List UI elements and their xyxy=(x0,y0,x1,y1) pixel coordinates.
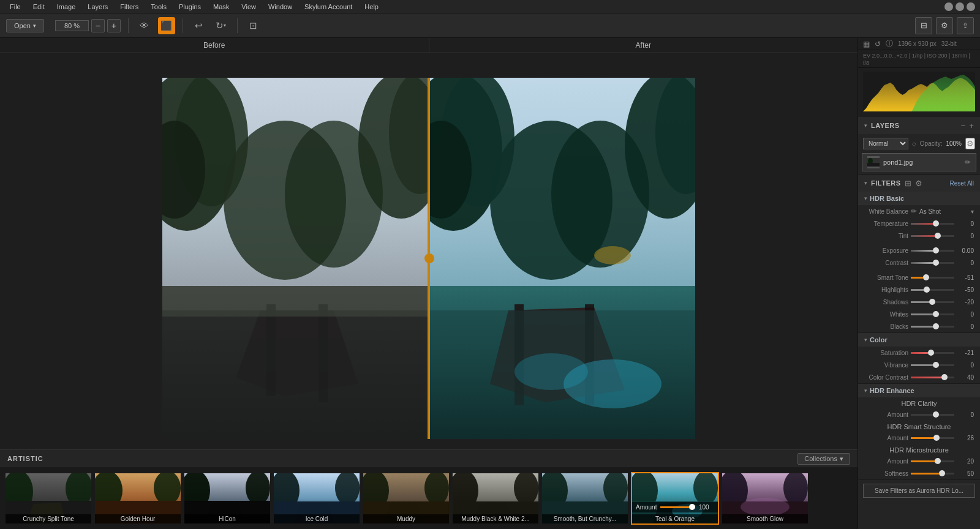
window-maximize[interactable] xyxy=(956,2,964,11)
layer-item-pond[interactable]: pond1.jpg ✏ xyxy=(862,153,976,171)
preset-muddy[interactable]: Muddy xyxy=(363,473,450,524)
hdrmicrostructure-softness-slider[interactable] xyxy=(911,473,954,475)
view-options-button[interactable]: ⊟ xyxy=(915,17,932,34)
zoom-display[interactable]: 80 % xyxy=(55,20,89,31)
filmstrip-title: ARTISTIC xyxy=(7,455,43,462)
exposure-row: Exposure 0.00 xyxy=(858,244,980,257)
saturation-slider[interactable] xyxy=(911,352,954,354)
layers-minus-btn[interactable]: − xyxy=(961,121,966,130)
layer-name: pond1.jpg xyxy=(883,159,961,166)
amount-text: Amount xyxy=(636,504,657,511)
preset-golden-hour[interactable]: Golden Hour xyxy=(94,473,181,524)
menu-layers[interactable]: Layers xyxy=(83,2,113,12)
filter-add-btn[interactable]: ⊞ xyxy=(905,179,911,188)
save-filters-button[interactable]: Save Filters as Aurora HDR Lo... xyxy=(863,484,975,498)
filters-header[interactable]: FILTERS ⊞ ⚙ Reset All xyxy=(858,174,980,192)
blacks-value: 0 xyxy=(957,323,974,330)
export-button[interactable]: ⇪ xyxy=(957,17,974,34)
menu-image[interactable]: Image xyxy=(52,2,81,12)
hdrclarity-slider[interactable] xyxy=(911,414,954,416)
reset-all-btn[interactable]: Reset All xyxy=(950,180,974,187)
smarttone-slider[interactable] xyxy=(911,277,954,279)
hdrmicrostructure-softness-thumb xyxy=(939,470,945,476)
crop-button[interactable]: ⊡ xyxy=(245,17,262,34)
histogram-icon[interactable]: ▦ xyxy=(863,40,870,48)
split-handle[interactable] xyxy=(424,253,434,263)
filter-gear-btn[interactable]: ⚙ xyxy=(915,179,922,188)
before-after-button[interactable]: ⬛ xyxy=(158,17,175,34)
wb-dropdown-icon[interactable]: ▾ xyxy=(971,208,974,215)
layer-edit-btn[interactable]: ✏ xyxy=(965,158,971,167)
main-content: Before After xyxy=(0,38,980,529)
toolbar: Open ▾ 80 % − + 👁 ⬛ ↩ ↻ ▾ ⊡ ⊟ ⚙ ⇪ xyxy=(0,13,980,38)
hdrmicrostructure-amount-slider[interactable] xyxy=(911,460,954,462)
temperature-slider[interactable] xyxy=(911,223,954,225)
open-button[interactable]: Open ▾ xyxy=(6,19,44,32)
vibrance-slider[interactable] xyxy=(911,364,954,366)
settings-button[interactable]: ⚙ xyxy=(936,17,953,34)
colorcontrast-slider[interactable] xyxy=(911,377,954,378)
menu-window[interactable]: Window xyxy=(263,2,297,12)
layers-header[interactable]: LAYERS − + xyxy=(858,117,980,134)
info-icon-btn[interactable]: ⓘ xyxy=(886,39,893,49)
image-container[interactable] xyxy=(0,53,858,449)
blacks-slider[interactable] xyxy=(911,326,954,328)
preset-smooth-crunchy[interactable]: Smooth, But Crunchy... xyxy=(541,473,628,524)
window-controls xyxy=(944,2,975,11)
preset-hicon[interactable]: HiCon xyxy=(184,473,271,524)
toolbar-right: ⊟ ⚙ ⇪ xyxy=(915,17,974,34)
collections-button[interactable]: Collections ▾ xyxy=(797,453,850,465)
amount-slider-track[interactable] xyxy=(660,506,695,508)
hdrsmartstructure-slider[interactable] xyxy=(911,437,954,439)
image-after xyxy=(429,78,695,439)
undo-button[interactable]: ↩ xyxy=(190,17,208,34)
color-header[interactable]: Color xyxy=(858,333,980,347)
window-minimize[interactable] xyxy=(944,2,953,11)
menu-help[interactable]: Help xyxy=(360,2,383,12)
contrast-value: 0 xyxy=(957,260,974,266)
zoom-out-button[interactable]: − xyxy=(91,19,105,32)
preset-smooth-glow[interactable]: Smooth Glow xyxy=(722,473,809,524)
after-label: After xyxy=(429,38,858,52)
blacks-thumb xyxy=(933,323,939,329)
layer-gear-btn[interactable]: ⚙ xyxy=(965,138,975,149)
tint-slider[interactable] xyxy=(911,235,954,237)
right-panel: ▦ ↺ ⓘ 1396 x 930 px 32-bit EV 2.0...0.0.… xyxy=(858,38,980,529)
thumb-label-hicon: HiCon xyxy=(184,514,270,523)
preset-teal-orange[interactable]: Amount 100 Teal & Orange xyxy=(631,472,719,525)
preset-crunchy-split[interactable]: Crunchy Split Tone xyxy=(5,473,92,524)
filmstrip-header: ARTISTIC Collections ▾ xyxy=(0,450,858,467)
histogram-area xyxy=(858,68,980,117)
exposure-fill xyxy=(911,250,933,252)
hdr-enhance-header[interactable]: HDR Enhance xyxy=(858,384,980,397)
amount-slider-thumb xyxy=(689,504,695,510)
menu-plugins[interactable]: Plugins xyxy=(174,2,206,12)
contrast-slider[interactable] xyxy=(911,262,954,264)
preset-ice-cold[interactable]: Ice Cold xyxy=(273,473,360,524)
menu-file[interactable]: File xyxy=(5,2,26,12)
layers-plus-btn[interactable]: + xyxy=(969,121,974,130)
hdr-clarity-title: HDR Clarity xyxy=(901,400,937,407)
hdr-basic-header[interactable]: HDR Basic xyxy=(858,192,980,205)
preset-muddy-bw2[interactable]: Muddy Black & White 2... xyxy=(452,473,539,524)
menu-edit[interactable]: Edit xyxy=(28,2,50,12)
whites-slider[interactable] xyxy=(911,313,954,315)
zoom-in-button[interactable]: + xyxy=(107,19,121,32)
exposure-slider[interactable] xyxy=(911,250,954,252)
menu-tools[interactable]: Tools xyxy=(146,2,172,12)
window-close[interactable] xyxy=(967,2,975,11)
menu-mask[interactable]: Mask xyxy=(208,2,234,12)
menu-skylum[interactable]: Skylum Account xyxy=(300,2,357,12)
tint-value: 0 xyxy=(957,233,974,239)
shadows-thumb xyxy=(929,299,935,305)
redo-button[interactable]: ↻ ▾ xyxy=(213,17,230,34)
blend-mode-select[interactable]: Normal Multiply Screen Overlay xyxy=(863,138,908,149)
menu-filters[interactable]: Filters xyxy=(115,2,143,12)
refresh-icon[interactable]: ↺ xyxy=(875,40,881,48)
compare-button[interactable]: 👁 xyxy=(136,17,153,34)
contrast-label: Contrast xyxy=(864,260,908,266)
highlights-slider[interactable] xyxy=(911,289,954,291)
menu-view[interactable]: View xyxy=(236,2,261,12)
shadows-slider[interactable] xyxy=(911,301,954,303)
wb-pencil-icon[interactable]: ✏ xyxy=(911,207,917,216)
